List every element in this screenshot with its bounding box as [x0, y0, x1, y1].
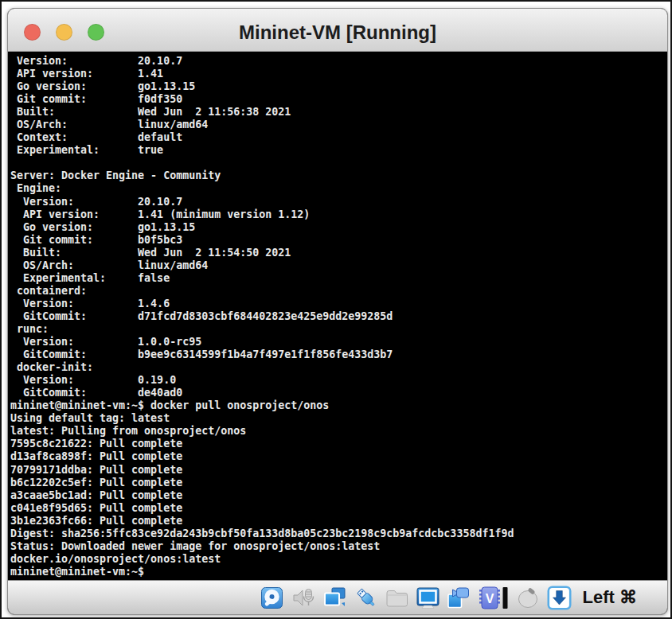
terminal[interactable]: Version: 20.10.7 API version: 1.41 Go ve…: [8, 52, 667, 580]
titlebar[interactable]: Mininet-VM [Running]: [8, 9, 667, 52]
virtualbox-vm-window: Mininet-VM [Running] Version: 20.10.7 AP…: [7, 8, 668, 615]
display-icon[interactable]: [416, 586, 440, 610]
hard-disk-icon[interactable]: [260, 586, 285, 610]
mouse-integration-icon[interactable]: [516, 586, 541, 610]
screenshot-frame: Mininet-VM [Running] Version: 20.10.7 AP…: [0, 0, 672, 619]
audio-icon[interactable]: [291, 586, 316, 610]
close-button[interactable]: [24, 24, 41, 41]
zoom-button[interactable]: [88, 24, 104, 41]
traffic-lights: [8, 24, 104, 41]
usb-icon[interactable]: [354, 586, 378, 610]
terminal-output: Version: 20.10.7 API version: 1.41 Go ve…: [10, 55, 666, 578]
keyboard-capture-icon[interactable]: [547, 586, 572, 610]
virtualization-glyph: V: [485, 591, 494, 605]
recording-icon[interactable]: [447, 586, 471, 610]
virtualization-icon[interactable]: V: [478, 586, 510, 610]
network-icon[interactable]: [322, 586, 347, 610]
host-key-label: Left ⌘: [583, 587, 637, 608]
shared-folders-icon[interactable]: [385, 586, 409, 610]
minimize-button[interactable]: [56, 24, 72, 41]
window-title: Mininet-VM [Running]: [8, 9, 667, 51]
statusbar: V Left ⌘: [8, 580, 667, 614]
